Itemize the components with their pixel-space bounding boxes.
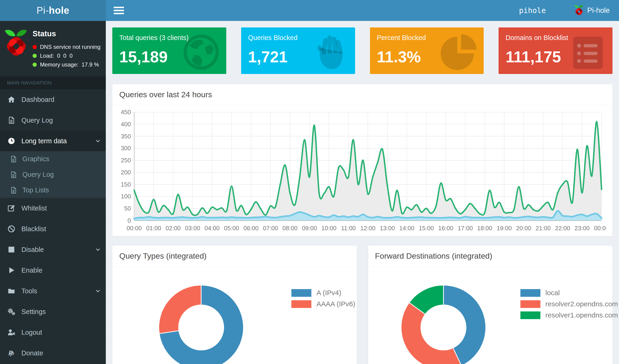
sidebar-nav: Dashboard Query Log Long term data Graph…: [0, 89, 106, 364]
top-navbar: pihole Pi-hole: [106, 0, 619, 21]
legend-swatch: [521, 300, 540, 308]
sidebar-subitem-top-lists[interactable]: Top Lists: [0, 182, 106, 198]
svg-text:12:00: 12:00: [360, 225, 375, 232]
sidebar-item-logout[interactable]: Logout: [0, 322, 106, 343]
status-panel: Status DNS service not running Load: 0 0…: [0, 21, 106, 76]
hostname-label[interactable]: pihole: [519, 6, 546, 15]
panel-title: Queries over last 24 hours: [112, 84, 612, 105]
paypal-icon: PP: [7, 349, 15, 357]
svg-text:00:00: 00:00: [594, 225, 606, 232]
sidebar-subitem-graphics[interactable]: Graphics: [0, 151, 106, 167]
forward-destinations-donut-chart[interactable]: [383, 270, 504, 364]
card-domains-blocklist[interactable]: Domains on Blocklist 111,175: [499, 28, 612, 74]
svg-text:17:00: 17:00: [458, 225, 473, 232]
svg-text:20:00: 20:00: [516, 225, 531, 232]
query-types-donut-chart[interactable]: [141, 270, 262, 364]
stop-icon: [7, 246, 15, 253]
sidebar-item-long-term-data[interactable]: Long term data: [0, 131, 106, 151]
pencil-square-icon: [7, 204, 15, 212]
pie-chart-icon: [438, 32, 479, 72]
status-title: Status: [33, 29, 100, 38]
file-text-icon: [7, 116, 15, 124]
legend-swatch: [521, 289, 540, 297]
sidebar-item-query-log[interactable]: Query Log: [0, 110, 106, 131]
folder-icon: [7, 287, 15, 295]
sidebar-item-disable[interactable]: Disable: [0, 239, 106, 260]
legend-item[interactable]: A (IPv4): [291, 289, 355, 297]
legend-item[interactable]: resolver1.opendns.com: [521, 311, 618, 319]
svg-text:00:00: 00:00: [127, 225, 142, 232]
panel-title: Query Types (integrated): [112, 246, 357, 266]
queries-over-time-panel: Queries over last 24 hours 0501001502002…: [112, 84, 612, 236]
legend-swatch: [521, 311, 540, 319]
sidebar-subitem-query-log[interactable]: Query Log: [0, 167, 106, 182]
svg-text:22:00: 22:00: [555, 225, 570, 232]
svg-text:19:00: 19:00: [497, 225, 512, 232]
summary-cards: Total queries (3 clients) 15,189 Queries…: [112, 28, 612, 74]
file-text-icon: [10, 155, 17, 163]
home-icon: [7, 96, 15, 103]
svg-text:23:00: 23:00: [575, 225, 590, 232]
panel-title: Forward Destinations (integrated): [368, 246, 613, 266]
sidebar-item-enable[interactable]: Enable: [0, 260, 106, 281]
status-load-dot: [33, 54, 37, 58]
svg-text:21:00: 21:00: [535, 225, 551, 232]
status-memory-dot: [33, 63, 37, 67]
chevron-down-icon: [95, 138, 101, 144]
svg-text:06:00: 06:00: [243, 225, 259, 232]
svg-text:0: 0: [128, 217, 131, 224]
svg-text:01:00: 01:00: [146, 225, 161, 232]
sidebar-toggle-button[interactable]: [106, 0, 132, 21]
file-text-icon: [10, 186, 17, 194]
user-brand-label[interactable]: Pi-hole: [587, 6, 610, 15]
svg-text:18:00: 18:00: [477, 225, 492, 232]
sidebar-item-whitelist[interactable]: Whitelist: [0, 198, 106, 219]
svg-text:13:00: 13:00: [380, 225, 395, 232]
status-dns: DNS service not running: [33, 44, 100, 50]
status-memory: Memory usage: 17.9 %: [33, 61, 100, 68]
queries-over-time-chart[interactable]: 05010015020025030035040045000:0001:0002:…: [115, 108, 606, 234]
pihole-raspberry-icon: [3, 27, 29, 60]
play-icon: [7, 266, 15, 274]
file-text-icon: [10, 171, 17, 178]
brand-logo-light: Pi-: [37, 5, 49, 16]
chevron-down-icon: [95, 246, 101, 253]
clock-icon: [7, 137, 15, 145]
sidebar-item-tools[interactable]: Tools: [0, 281, 106, 301]
legend-item[interactable]: AAAA (IPv6): [291, 300, 355, 308]
legend-item[interactable]: resolver2.opendns.com: [521, 300, 618, 308]
svg-text:450: 450: [121, 109, 131, 116]
brand-logo[interactable]: Pi-hole: [0, 0, 106, 21]
hand-stop-icon: [310, 32, 351, 72]
list-icon: [567, 32, 608, 72]
svg-text:05:00: 05:00: [224, 225, 239, 232]
sidebar-item-settings[interactable]: Settings: [0, 301, 106, 322]
svg-text:100: 100: [121, 193, 131, 200]
forward-destinations-panel: Forward Destinations (integrated) local …: [368, 246, 613, 364]
card-total-queries[interactable]: Total queries (3 clients) 15,189: [112, 28, 226, 74]
card-queries-blocked[interactable]: Queries Blocked 1,721: [241, 28, 355, 74]
svg-text:P: P: [10, 351, 14, 357]
legend-swatch: [291, 289, 311, 297]
svg-text:11:00: 11:00: [341, 225, 356, 232]
dashboard-content: Total queries (3 clients) 15,189 Queries…: [106, 21, 619, 364]
svg-text:400: 400: [121, 121, 131, 128]
card-percent-blocked[interactable]: Percent Blocked 11.3%: [370, 28, 484, 74]
svg-text:150: 150: [121, 181, 131, 188]
legend-swatch: [291, 300, 311, 308]
legend-item[interactable]: local: [521, 289, 618, 297]
status-load: Load: 0 0 0: [33, 53, 100, 59]
svg-text:300: 300: [121, 145, 131, 152]
svg-text:14:00: 14:00: [399, 225, 414, 232]
svg-text:09:00: 09:00: [302, 225, 317, 232]
sidebar-item-blacklist[interactable]: Blacklist: [0, 219, 106, 239]
ban-icon: [7, 225, 15, 233]
svg-text:350: 350: [121, 133, 131, 140]
globe-icon: [181, 32, 222, 72]
svg-text:07:00: 07:00: [263, 225, 278, 232]
sidebar-item-donate[interactable]: PP Donate: [0, 343, 106, 364]
svg-text:04:00: 04:00: [204, 225, 220, 232]
svg-text:50: 50: [124, 205, 131, 212]
svg-text:02:00: 02:00: [166, 225, 181, 232]
sidebar-item-dashboard[interactable]: Dashboard: [0, 89, 106, 110]
